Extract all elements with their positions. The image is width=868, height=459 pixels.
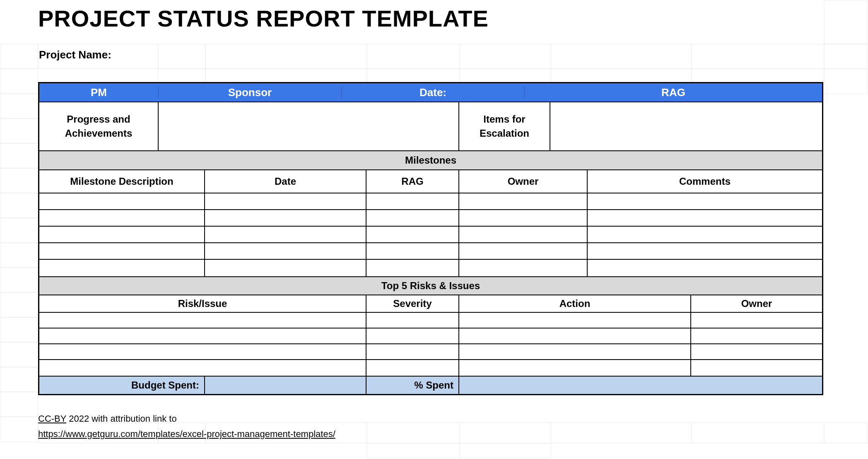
header-rag: RAG: [525, 86, 822, 99]
milestone-row[interactable]: [39, 193, 822, 210]
risks-header-row: Risk/Issue Severity Action Owner: [39, 295, 822, 313]
risks-col-owner: Owner: [691, 295, 822, 312]
spreadsheet-canvas: PROJECT STATUS REPORT TEMPLATE Project N…: [0, 0, 868, 459]
risk-row[interactable]: [39, 313, 822, 329]
milestones-header-row: Milestone Description Date RAG Owner Com…: [39, 170, 822, 193]
attribution-block: CC-BY 2022 with attribution link to http…: [38, 411, 825, 442]
risks-col-action: Action: [459, 295, 691, 312]
license-label: CC-BY: [38, 413, 66, 424]
document-title: PROJECT STATUS REPORT TEMPLATE: [38, 5, 825, 32]
milestones-col-description: Milestone Description: [39, 170, 205, 193]
risk-row[interactable]: [39, 344, 822, 360]
risks-col-severity: Severity: [366, 295, 459, 312]
milestones-section-title: Milestones: [39, 151, 822, 170]
milestones-col-date: Date: [205, 170, 366, 193]
risks-col-risk-issue: Risk/Issue: [39, 295, 366, 312]
budget-spent-label: Budget Spent:: [39, 377, 205, 394]
status-report-table: PM Sponsor Date: RAG Progress and Achiev…: [38, 82, 823, 395]
project-name-label: Project Name:: [38, 48, 825, 61]
header-pm: PM: [39, 86, 159, 99]
risk-row[interactable]: [39, 329, 822, 344]
risks-section-title: Top 5 Risks & Issues: [39, 276, 822, 295]
milestone-row[interactable]: [39, 227, 822, 243]
budget-pct-value[interactable]: [459, 377, 822, 394]
milestone-row[interactable]: [39, 210, 822, 227]
milestones-col-rag: RAG: [366, 170, 459, 193]
milestone-row[interactable]: [39, 260, 822, 276]
budget-spent-value[interactable]: [205, 377, 366, 394]
header-row: PM Sponsor Date: RAG: [39, 83, 822, 101]
header-sponsor: Sponsor: [159, 86, 342, 99]
items-escalation-label: Items for Escalation: [459, 102, 550, 150]
milestones-col-owner: Owner: [459, 170, 588, 193]
budget-pct-label: % Spent: [366, 377, 459, 394]
milestones-col-comments: Comments: [588, 170, 822, 193]
progress-row: Progress and Achievements Items for Esca…: [39, 101, 822, 151]
milestone-row[interactable]: [39, 243, 822, 260]
budget-row: Budget Spent: % Spent: [39, 376, 822, 394]
progress-achievements-value[interactable]: [159, 102, 459, 150]
attribution-link[interactable]: https://www.getguru.com/templates/excel-…: [38, 429, 335, 439]
progress-achievements-label: Progress and Achievements: [39, 102, 159, 150]
license-year-text: 2022 with attribution link to: [66, 413, 177, 424]
items-escalation-value[interactable]: [550, 102, 822, 150]
header-date: Date:: [342, 86, 525, 99]
risk-row[interactable]: [39, 360, 822, 376]
